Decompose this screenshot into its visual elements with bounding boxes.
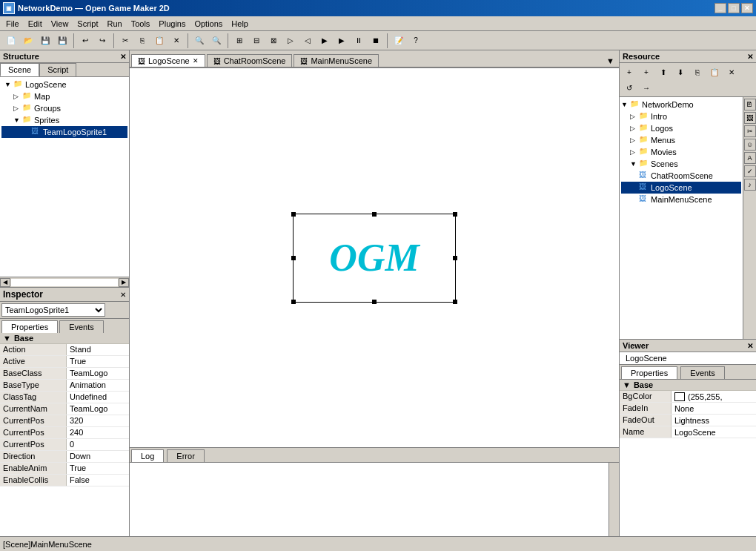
resource-close-button[interactable]: ✕: [747, 53, 753, 61]
scene-tab-chatroom[interactable]: 🖼 ChatRoomScene: [207, 54, 293, 67]
menu-file[interactable]: File: [1, 18, 24, 30]
res-icon-1[interactable]: 🖹: [744, 99, 756, 110]
hscroll-right[interactable]: ▶: [119, 278, 129, 287]
tab-script[interactable]: Script: [39, 63, 76, 76]
handle-br[interactable]: [453, 300, 457, 304]
res-icon-6[interactable]: ✓: [744, 165, 756, 177]
copy-button[interactable]: ⎘: [134, 33, 150, 48]
res-tree-scenes[interactable]: ▼ 📁 Scenes: [621, 158, 741, 170]
res-add-button[interactable]: +: [621, 65, 637, 79]
res-tree-chatroomscene[interactable]: 🖼 ChatRoomScene: [621, 170, 741, 182]
log-scrollbar[interactable]: [609, 463, 619, 536]
menu-edit[interactable]: Edit: [24, 18, 47, 30]
expand-arrow-logoscene[interactable]: ▼: [4, 81, 13, 88]
tool-6[interactable]: ◁: [299, 33, 316, 48]
menu-run[interactable]: Run: [102, 18, 126, 30]
help-btn[interactable]: ?: [408, 33, 424, 48]
menu-view[interactable]: View: [47, 18, 73, 30]
res-add2-button[interactable]: +: [638, 65, 654, 79]
pause-button[interactable]: ⏸: [351, 33, 367, 48]
handle-tl[interactable]: [291, 212, 296, 217]
inspector-close-button[interactable]: ✕: [120, 291, 126, 299]
res-icon-7[interactable]: ♪: [744, 179, 756, 191]
align-button[interactable]: ⊟: [248, 33, 265, 48]
menu-script[interactable]: Script: [73, 18, 102, 30]
open-button[interactable]: 📂: [20, 33, 36, 48]
res-arrow-logos[interactable]: ▷: [630, 125, 639, 132]
bgcolor-swatch[interactable]: [674, 392, 685, 401]
new-button[interactable]: 📄: [3, 33, 19, 48]
res-arrow-button[interactable]: →: [638, 80, 654, 95]
tab-scene[interactable]: Scene: [0, 63, 39, 76]
res-icon-4[interactable]: ☺: [744, 139, 756, 151]
res-refresh-button[interactable]: ↺: [621, 80, 637, 95]
log-tab-error[interactable]: Error: [167, 449, 204, 462]
res-paste-button[interactable]: 📋: [706, 65, 723, 79]
delete-button[interactable]: ✕: [168, 33, 185, 48]
handle-mr[interactable]: [453, 256, 457, 260]
redo-button[interactable]: ↪: [94, 33, 110, 48]
res-arrow-networkdemo[interactable]: ▼: [621, 101, 630, 108]
res-copy-button[interactable]: ⎘: [689, 65, 706, 79]
scene-tab-logoscene[interactable]: 🖼 LogoScene ✕: [131, 54, 205, 67]
hscroll-left[interactable]: ◀: [0, 278, 10, 287]
expand-arrow-sprites[interactable]: ▼: [13, 116, 22, 124]
zoom-in-button[interactable]: 🔍: [208, 33, 225, 48]
res-arrow-scenes[interactable]: ▼: [630, 160, 639, 168]
tree-item-logoscene[interactable]: ▼ 📁 LogoScene: [1, 79, 127, 90]
res-tree-menus[interactable]: ▷ 📁 Menus: [621, 134, 741, 146]
maximize-button[interactable]: □: [728, 3, 740, 13]
tool-5[interactable]: ▷: [282, 33, 299, 48]
menu-options[interactable]: Options: [190, 18, 227, 30]
stop-button[interactable]: ⏹: [368, 33, 384, 48]
inspector-tab-events[interactable]: Events: [59, 320, 104, 333]
res-icon-3[interactable]: ✂: [744, 125, 756, 137]
paste-button[interactable]: 📋: [151, 33, 168, 48]
res-tree-movies[interactable]: ▷ 📁 Movies: [621, 146, 741, 158]
res-icon-2[interactable]: 🖼: [744, 112, 756, 124]
menu-plugins[interactable]: Plugins: [154, 18, 190, 30]
expand-arrow-map[interactable]: ▷: [13, 93, 22, 100]
undo-button[interactable]: ↩: [77, 33, 93, 48]
res-export-button[interactable]: ⬆: [655, 65, 672, 79]
viewer-tab-events[interactable]: Events: [680, 366, 725, 379]
handle-tm[interactable]: [372, 212, 377, 217]
scene-tabs-dropdown[interactable]: ▼: [603, 55, 617, 67]
viewer-section-collapse[interactable]: ▼: [623, 380, 631, 389]
tree-item-teamlogosprite[interactable]: 🖼 TeamLogoSprite1: [1, 126, 127, 138]
viewer-tab-properties[interactable]: Properties: [621, 366, 677, 379]
tool-7[interactable]: ▶: [316, 33, 333, 48]
structure-hscroll[interactable]: ◀ ▶: [0, 277, 129, 287]
close-button[interactable]: ✕: [741, 3, 753, 13]
inspector-tab-properties[interactable]: Properties: [1, 320, 58, 333]
minimize-button[interactable]: _: [714, 3, 726, 13]
snap-button[interactable]: ⊠: [265, 33, 282, 48]
res-tree-networkdemo[interactable]: ▼ 📁 NetworkDemo: [621, 99, 741, 110]
section-collapse-icon[interactable]: ▼: [3, 334, 11, 343]
res-tree-logos[interactable]: ▷ 📁 Logos: [621, 122, 741, 134]
handle-tr[interactable]: [453, 212, 457, 217]
cut-button[interactable]: ✂: [117, 33, 133, 48]
save-button[interactable]: 💾: [37, 33, 53, 48]
tree-item-sprites[interactable]: ▼ 📁 Sprites: [1, 114, 127, 126]
inspector-sprite-select[interactable]: TeamLogoSprite1: [1, 303, 105, 317]
res-tree-logoscene[interactable]: 🖼 LogoScene: [621, 182, 741, 194]
handle-ml[interactable]: [291, 256, 296, 260]
res-arrow-menus[interactable]: ▷: [630, 136, 639, 144]
menu-tools[interactable]: Tools: [127, 18, 155, 30]
save-all-button[interactable]: 💾: [54, 33, 70, 48]
handle-bm[interactable]: [372, 300, 377, 304]
tree-item-map[interactable]: ▷ 📁 Map: [1, 90, 127, 102]
res-arrow-movies[interactable]: ▷: [630, 148, 639, 156]
res-tree-intro[interactable]: ▷ 📁 Intro: [621, 110, 741, 122]
log-tab-log[interactable]: Log: [131, 449, 164, 462]
res-tree-mainmenuscene[interactable]: 🖼 MainMenuScene: [621, 194, 741, 205]
viewer-close-button[interactable]: ✕: [747, 342, 753, 350]
selected-object-teamlogosprite[interactable]: OGM: [293, 214, 456, 303]
res-delete-button[interactable]: ✕: [723, 65, 740, 79]
res-icon-5[interactable]: A: [744, 152, 756, 164]
scene-tab-close-logoscene[interactable]: ✕: [193, 57, 199, 65]
window-controls[interactable]: _ □ ✕: [714, 3, 753, 13]
zoom-out-button[interactable]: 🔍: [191, 33, 208, 48]
tree-item-groups[interactable]: ▷ 📁 Groups: [1, 102, 127, 114]
